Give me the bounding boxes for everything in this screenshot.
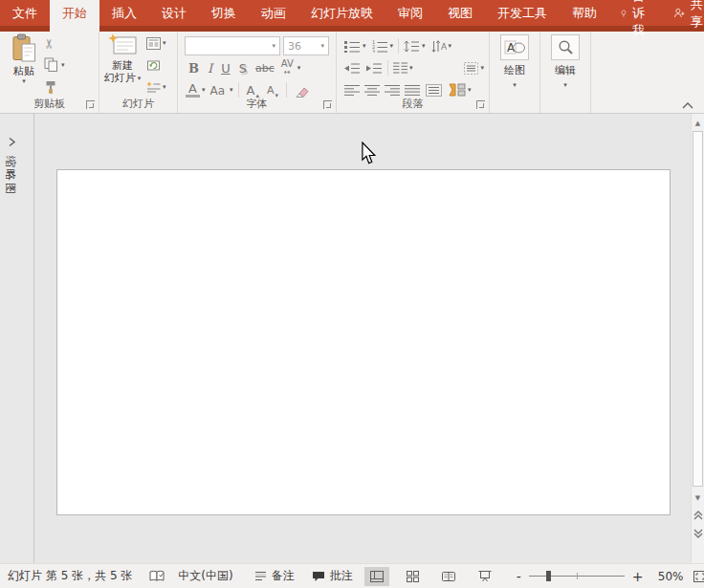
collapse-ribbon-button[interactable] [681, 100, 694, 110]
normal-view-button[interactable] [364, 567, 389, 586]
divider [398, 38, 399, 54]
expand-pane-button[interactable] [8, 137, 16, 150]
zoom-slider[interactable] [529, 576, 625, 577]
comment-icon [312, 571, 325, 582]
bold-button[interactable]: B [186, 59, 202, 76]
section-button[interactable]: ▾ [146, 78, 166, 96]
tab-transitions[interactable]: 切换 [199, 0, 249, 32]
mouse-cursor [361, 142, 377, 165]
smartart-icon [448, 83, 466, 97]
workspace: 缩略图 ▲ ▼ [0, 114, 704, 563]
tab-design[interactable]: 设计 [149, 0, 199, 32]
font-name-combobox[interactable]: ▾ [185, 36, 280, 55]
zoom-level[interactable]: 50% [651, 570, 684, 583]
line-spacing-button[interactable] [404, 37, 420, 54]
slide-show-button[interactable] [473, 567, 497, 586]
language-indicator[interactable]: 中文(中国) [178, 568, 232, 584]
thumbnail-pane-collapsed[interactable]: 缩略图 [0, 114, 34, 563]
status-bar: 幻灯片 第 5 张，共 5 张 中文(中国) 备注 批注 - + 50% [0, 563, 704, 588]
zoom-in-button[interactable]: + [628, 569, 648, 584]
comments-button[interactable]: 批注 [312, 568, 353, 584]
notes-button[interactable]: 备注 [254, 568, 295, 584]
tab-file[interactable]: 文件 [0, 0, 50, 32]
scroll-up-button[interactable]: ▲ [692, 116, 704, 130]
drawing-dropdown-arrow: ▾ [513, 81, 517, 89]
vertical-scrollbar[interactable]: ▲ ▼ [691, 114, 704, 563]
font-color-button[interactable]: A [186, 82, 200, 98]
new-slide-label-line1: 新建 [112, 59, 133, 72]
numbering-button[interactable]: 123 [372, 37, 388, 54]
slides-group-label: 幻灯片 [99, 97, 177, 111]
powerpoint-app: { "menu": { "tabs": [ {"label": "文件"}, {… [0, 0, 704, 588]
notes-icon [254, 571, 267, 581]
scrollbar-thumb[interactable] [693, 131, 703, 487]
format-painter-button[interactable] [44, 78, 65, 96]
tab-slide-show[interactable]: 幻灯片放映 [298, 0, 385, 32]
copy-button[interactable]: ▾ [44, 56, 65, 74]
tab-help[interactable]: 帮助 [560, 0, 609, 32]
clipboard-group-label: 剪贴板 [0, 97, 99, 111]
text-direction-icon: A [431, 40, 447, 53]
next-slide-button[interactable] [692, 526, 704, 541]
slide-indicator: 幻灯片 第 5 张，共 5 张 [8, 568, 132, 584]
scroll-down-button[interactable]: ▼ [692, 490, 704, 505]
text-shadow-button[interactable]: S [236, 59, 250, 76]
previous-slide-button[interactable] [692, 508, 704, 523]
drawing-label: 绘图 [504, 63, 525, 77]
divider [286, 82, 287, 98]
text-direction-dropdown-arrow: ▾ [449, 42, 452, 50]
strikethrough-button[interactable]: abc [253, 59, 277, 76]
svg-text:A: A [441, 42, 447, 52]
slide-sorter-view-button[interactable] [401, 567, 425, 586]
tab-review[interactable]: 审阅 [385, 0, 435, 32]
italic-button[interactable]: I [205, 59, 215, 76]
underline-button[interactable]: U [218, 59, 233, 76]
align-left-icon [344, 84, 360, 97]
bullets-button[interactable] [344, 37, 361, 54]
drawing-button[interactable]: A 绘图 ▾ [500, 34, 529, 89]
ribbon-group-editing: 编辑 ▾ [540, 32, 591, 113]
reading-view-button[interactable] [436, 567, 461, 586]
slide-show-icon [478, 571, 492, 582]
new-slide-label-line2: 幻灯片 [104, 72, 136, 84]
text-direction-button[interactable]: A [431, 37, 447, 54]
paragraph-group-label: 段落 [337, 97, 489, 111]
tab-view[interactable]: 视图 [435, 0, 485, 32]
zoom-out-button[interactable]: - [513, 569, 525, 584]
line-spacing-icon [404, 40, 420, 53]
align-text-button[interactable] [464, 59, 478, 76]
fit-slide-to-window-button[interactable] [693, 571, 704, 582]
align-right-icon [385, 84, 400, 97]
slide-canvas[interactable] [56, 169, 671, 515]
align-center-icon [364, 84, 380, 97]
notes-label: 备注 [272, 568, 295, 584]
ribbon-group-drawing: A 绘图 ▾ [490, 32, 540, 113]
spell-check-button[interactable] [149, 570, 165, 582]
character-spacing-button[interactable]: AV↔ [280, 59, 295, 76]
clipboard-dialog-launcher[interactable] [86, 100, 95, 109]
columns-button[interactable] [393, 59, 407, 76]
clipboard-mini-buttons: ✂ ▾ [44, 34, 65, 96]
editing-button[interactable]: 编辑 ▾ [551, 34, 580, 89]
share-button[interactable]: 共享 [662, 0, 704, 26]
paragraph-dialog-launcher[interactable] [476, 100, 485, 109]
drawing-shapes-icon: A [504, 39, 525, 56]
slide-layout-button[interactable]: ▾ [146, 34, 166, 52]
zoom-slider-thumb[interactable] [546, 571, 551, 581]
paste-button[interactable]: 粘贴 ▾ [6, 33, 42, 97]
font-size-combobox[interactable]: 36 ▾ [283, 36, 329, 55]
cut-button[interactable]: ✂ [44, 34, 65, 52]
tab-animations[interactable]: 动画 [249, 0, 298, 32]
spacing-dropdown-arrow: ▾ [297, 64, 301, 72]
tell-me-button[interactable]: 告诉我 [609, 0, 662, 26]
editing-label: 编辑 [555, 63, 576, 77]
tab-home[interactable]: 开始 [50, 0, 99, 32]
font-dialog-launcher[interactable] [323, 100, 332, 109]
tab-insert[interactable]: 插入 [99, 0, 149, 32]
decrease-indent-button[interactable] [344, 59, 361, 76]
reset-slide-button[interactable] [146, 56, 166, 74]
tab-developer[interactable]: 开发工具 [485, 0, 560, 32]
new-slide-button[interactable]: 新建 幻灯片 ▾ [101, 33, 143, 97]
font-group-label: 字体 [178, 97, 336, 111]
increase-indent-button[interactable] [366, 59, 383, 76]
